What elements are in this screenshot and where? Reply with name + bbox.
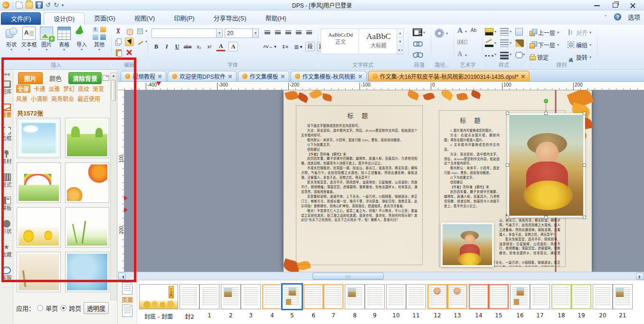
paste-icon[interactable] (114, 48, 123, 57)
category-link[interactable]: 渐变 (93, 85, 104, 93)
highlight-color-button[interactable]: A (228, 42, 238, 51)
background-thumbnail[interactable] (17, 162, 61, 203)
cut-icon[interactable] (114, 27, 123, 36)
close-button[interactable] (630, 3, 635, 8)
close-tab-icon[interactable] (358, 74, 362, 78)
insert-tool-button[interactable]: 图片 ▾ (38, 27, 55, 52)
undo-icon[interactable]: ↺ (46, 1, 51, 9)
sidebar-nav-item[interactable]: 版式 (0, 171, 13, 194)
background-thumbnail[interactable] (17, 207, 61, 248)
sidebar-nav-item[interactable]: ★ 收藏 (0, 241, 13, 264)
link-icon[interactable] (413, 41, 422, 46)
customize-toolbar-dropdown-icon[interactable]: ▾ (62, 3, 64, 8)
page-thumbnail[interactable]: 17 (530, 284, 550, 320)
page-thumbnail[interactable]: 3 (241, 284, 261, 320)
resize-handle-ne[interactable] (583, 112, 586, 115)
sidebar-nav-item[interactable]: 边框 (0, 124, 13, 148)
align-left-button[interactable] (263, 29, 272, 38)
line-start-icon[interactable] (500, 28, 509, 36)
photo-girl-with-hat[interactable] (507, 113, 585, 218)
document-tab[interactable]: 视频教程 (121, 71, 166, 81)
text-wrap-icon[interactable] (413, 29, 422, 36)
page-thumbnail[interactable]: 18 (551, 284, 571, 320)
document-tab[interactable]: 作文集模板 (238, 71, 289, 81)
font-family-select[interactable]: ▾ (152, 29, 223, 38)
resize-handle-nw[interactable] (506, 112, 509, 115)
category-link[interactable]: 风景 (16, 95, 28, 103)
open-file-icon[interactable] (26, 1, 33, 9)
page-thumbnail[interactable]: 封2 (180, 284, 199, 320)
design-canvas[interactable]: 标 题 将下面文字替换成您的作文内容即可。方法：双击鼠标，选中框内文字。然后，从… (124, 90, 644, 272)
menu-tab[interactable]: 设计(D) (44, 12, 85, 25)
sidebar-nav-item[interactable]: 背景 (0, 101, 13, 124)
category-link[interactable]: 淡雅 (48, 85, 60, 93)
align-button[interactable]: 对齐▾ (568, 28, 591, 37)
category-link[interactable]: 卡通 (34, 85, 45, 93)
sidebar-nav-item[interactable]: 素材 (0, 148, 13, 171)
opacity-button[interactable]: 透明度 (84, 302, 109, 314)
line-end-icon[interactable] (500, 39, 509, 47)
italic-button[interactable]: I (162, 42, 171, 51)
background-thumbnail[interactable] (65, 118, 109, 158)
new-document-icon[interactable] (16, 1, 23, 9)
sidebar-nav-item[interactable]: 模板 (0, 194, 13, 218)
subscript-button[interactable]: x₂ (194, 42, 204, 51)
align-center-button[interactable] (273, 29, 283, 38)
horizontal-scrollbar[interactable] (118, 272, 644, 280)
columns-button[interactable]: ▥ ▾ (292, 42, 304, 51)
rotate-button[interactable]: 旋转▾ (568, 52, 591, 62)
superscript-button[interactable]: x² (205, 42, 214, 51)
dropdown-arrow-icon[interactable]: ▾ (91, 48, 108, 52)
menu-tab[interactable]: 分享导出(S) (204, 12, 256, 25)
scroll-down-icon[interactable]: ▼ (397, 38, 403, 46)
background-thumbnail[interactable] (17, 118, 61, 158)
spread-view-icon[interactable] (122, 305, 133, 317)
path-gear-icon[interactable] (436, 29, 443, 37)
background-thumbnail[interactable] (65, 162, 109, 203)
background-thumbnail[interactable] (65, 207, 109, 248)
lock-button[interactable]: 锁定 (530, 52, 549, 62)
style-gallery-scroll[interactable]: ▲ ▼ ▼≡ (397, 29, 404, 54)
collapse-panel-icon[interactable]: ◀◀ (0, 70, 13, 78)
single-page-view-icon[interactable] (122, 282, 133, 295)
line-spacing-button[interactable]: ⇕≡ (279, 42, 291, 51)
page-thumbnail[interactable]: 2 (221, 284, 241, 320)
category-link[interactable]: 底纹 (78, 85, 89, 93)
page-thumbnail[interactable]: 14 (469, 284, 489, 320)
resize-handle-se[interactable] (583, 216, 586, 219)
delete-icon[interactable] (125, 48, 133, 57)
document-tab[interactable]: 欢迎使用DPS软件 (168, 71, 237, 81)
scrollbar-thumb[interactable] (111, 80, 116, 101)
page-thumbnail[interactable]: 7 (323, 284, 343, 320)
scroll-up-icon[interactable]: ▲ (111, 73, 116, 79)
background-thumbnail[interactable] (65, 252, 109, 292)
fill-color-icon[interactable] (485, 28, 493, 36)
text-style-preset[interactable]: AaBbC 大标题 (359, 29, 398, 54)
group-button[interactable]: 编组▾ (568, 40, 591, 49)
strikethrough-button[interactable]: abe (183, 42, 192, 51)
dropdown-arrow-icon[interactable]: ▾ (3, 48, 20, 52)
page-thumbnail[interactable]: 21 (613, 284, 633, 320)
gallery-more-icon[interactable]: ▼≡ (397, 46, 403, 55)
page-thumbnail[interactable]: 1 (199, 284, 219, 320)
collapse-ribbon-icon[interactable]: ⌃ (604, 14, 607, 19)
page-thumbnail[interactable]: 11 (406, 284, 426, 320)
sidebar-nav-item[interactable]: 客服 (0, 264, 13, 287)
page-thumbnail[interactable]: 10 (386, 284, 406, 320)
close-tab-icon[interactable] (281, 74, 285, 78)
category-link[interactable]: 小清新 (31, 95, 48, 103)
insert-tool-button[interactable]: 导入 ▾ (73, 27, 90, 52)
wordart-color-icon[interactable]: A (457, 27, 463, 35)
page-thumbnail[interactable]: 9 (365, 284, 385, 320)
scroll-up-icon[interactable]: ▲ (397, 29, 403, 38)
dash-style-icon[interactable] (485, 51, 493, 57)
page-thumbnail[interactable]: 16 (510, 284, 530, 320)
restore-button[interactable] (613, 3, 618, 8)
resize-handle-s[interactable] (544, 216, 548, 219)
align-distribute-button[interactable] (304, 29, 314, 38)
resize-handle-w[interactable] (506, 163, 509, 167)
dropdown-arrow-icon[interactable]: ▾ (73, 48, 90, 52)
insert-tool-button[interactable]: 表格 ▾ (56, 27, 73, 52)
edit-points-icon[interactable]: ▾ (136, 38, 144, 46)
close-tab-icon[interactable] (158, 74, 162, 78)
